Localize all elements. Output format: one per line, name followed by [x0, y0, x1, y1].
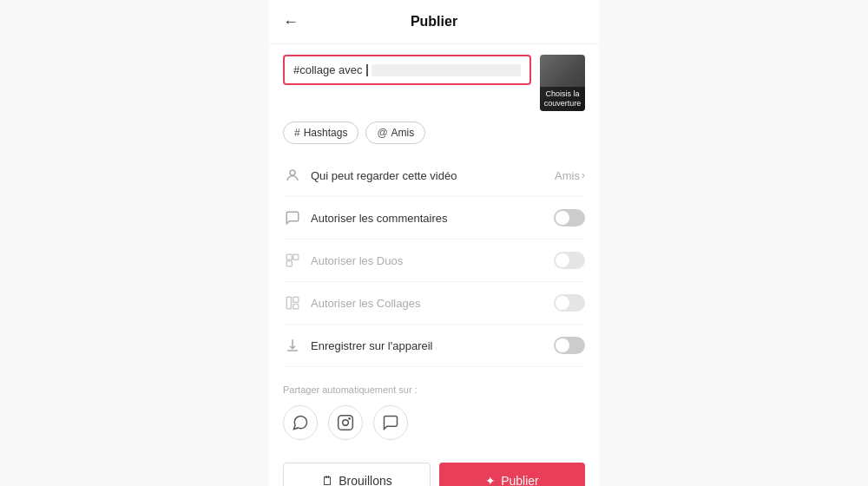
collages-toggle [554, 294, 585, 312]
duos-icon [283, 251, 302, 270]
amis-label: Amis [391, 127, 415, 139]
bottom-bar: 🗒 Brouillons ✦ Publier [269, 449, 599, 486]
share-label: Partager automatiquement sur : [283, 384, 585, 395]
chevron-icon: › [582, 169, 585, 181]
publish-icon: ✦ [485, 474, 496, 486]
duos-toggle [554, 252, 585, 269]
share-section: Partager automatiquement sur : [269, 367, 599, 449]
publish-panel: ← Publier #collage avec Choisis la couve… [269, 0, 599, 486]
publish-button[interactable]: ✦ Publier [439, 463, 585, 486]
svg-rect-5 [293, 297, 299, 302]
share-icons-row [283, 405, 585, 440]
caption-section: #collage avec Choisis la couverture [269, 44, 599, 122]
duos-label: Autoriser les Duos [311, 254, 554, 267]
svg-rect-2 [293, 254, 299, 259]
comments-label: Autoriser les commentaires [311, 212, 554, 225]
page-container: ← Publier #collage avec Choisis la couve… [0, 0, 868, 486]
svg-point-0 [290, 170, 295, 175]
whatsapp-button[interactable] [283, 405, 318, 440]
publish-label: Publier [501, 474, 539, 486]
caption-fill [372, 64, 522, 76]
person-icon [283, 166, 302, 185]
back-button[interactable]: ← [283, 13, 299, 31]
comment-icon [283, 208, 302, 227]
collages-row: Autoriser les Collages [283, 282, 585, 325]
save-icon [283, 336, 302, 355]
settings-section: Qui peut regarder cette vidéo Amis › Aut… [269, 154, 599, 367]
save-toggle[interactable] [554, 337, 585, 354]
hashtag-icon: # [294, 127, 300, 139]
tag-row: # Hashtags @ Amis [269, 122, 599, 154]
header: ← Publier [269, 0, 599, 44]
svg-rect-7 [339, 416, 353, 430]
amis-button[interactable]: @ Amis [365, 122, 425, 144]
text-cursor [366, 64, 368, 76]
caption-text: #collage avec [293, 63, 363, 76]
instagram-button[interactable] [328, 405, 363, 440]
svg-rect-4 [286, 297, 291, 309]
save-row: Enregistrer sur l'appareil [283, 325, 585, 367]
comments-toggle[interactable] [554, 209, 585, 227]
draft-icon: 🗒 [321, 474, 333, 486]
messages-button[interactable] [373, 405, 408, 440]
svg-rect-3 [286, 261, 292, 266]
video-thumbnail[interactable]: Choisis la couverture [540, 55, 585, 111]
draft-button[interactable]: 🗒 Brouillons [283, 463, 431, 486]
caption-input[interactable]: #collage avec [283, 55, 531, 85]
duos-row: Autoriser les Duos [283, 240, 585, 282]
save-label: Enregistrer sur l'appareil [311, 339, 554, 352]
visibility-label: Qui peut regarder cette vidéo [311, 169, 555, 182]
thumbnail-label: Choisis la couverture [540, 87, 585, 111]
hashtags-button[interactable]: # Hashtags [283, 122, 358, 144]
draft-label: Brouillons [339, 474, 391, 486]
svg-rect-6 [293, 305, 299, 309]
svg-point-9 [349, 418, 350, 419]
comments-row: Autoriser les commentaires [283, 197, 585, 240]
at-icon: @ [377, 127, 387, 139]
visibility-value: Amis › [555, 169, 585, 182]
svg-rect-1 [286, 254, 292, 259]
collages-icon [283, 293, 302, 312]
page-title: Publier [411, 14, 457, 30]
svg-point-8 [343, 420, 349, 426]
visibility-row[interactable]: Qui peut regarder cette vidéo Amis › [283, 154, 585, 197]
hashtags-label: Hashtags [304, 127, 348, 139]
collages-label: Autoriser les Collages [311, 297, 554, 310]
